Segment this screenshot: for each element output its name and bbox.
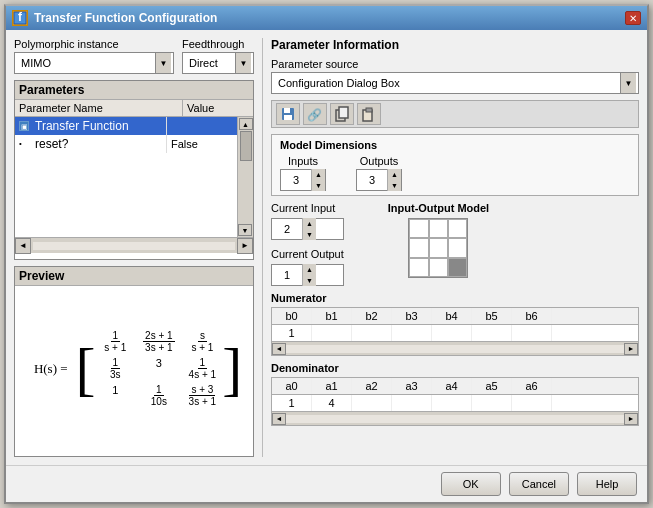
numerator-label: Numerator bbox=[271, 292, 639, 304]
right-bracket: ] bbox=[222, 339, 242, 399]
current-input-up[interactable]: ▲ bbox=[302, 218, 316, 229]
params-scrollbar-h[interactable]: ◄ ► bbox=[15, 237, 253, 253]
inputs-up[interactable]: ▲ bbox=[311, 169, 325, 180]
io-cell-10 bbox=[409, 238, 428, 257]
param-row-reset[interactable]: • reset? False bbox=[15, 135, 237, 153]
den-scroll-left[interactable]: ◄ bbox=[272, 413, 286, 425]
den-col-a0: a0 bbox=[272, 378, 312, 394]
parameters-header: Parameters bbox=[15, 81, 253, 100]
ok-button[interactable]: OK bbox=[441, 472, 501, 496]
scroll-right-btn[interactable]: ► bbox=[237, 238, 253, 254]
feedthrough-arrow[interactable]: ▼ bbox=[235, 53, 251, 73]
scroll-down-btn[interactable]: ▼ bbox=[238, 224, 252, 236]
denominator-section: Denominator a0 a1 a2 a3 a4 a5 a6 1 4 bbox=[271, 362, 639, 426]
den-val-a4[interactable] bbox=[432, 395, 472, 411]
feedthrough-label: Feedthrough bbox=[182, 38, 254, 50]
toolbar-btn-save[interactable] bbox=[276, 103, 300, 125]
current-output-spinner[interactable]: 1 ▲ ▼ bbox=[271, 264, 344, 286]
denominator-grid: a0 a1 a2 a3 a4 a5 a6 1 4 bbox=[271, 377, 639, 426]
den-scroll-right[interactable]: ► bbox=[624, 413, 638, 425]
toolbar-btn-paste[interactable] bbox=[357, 103, 381, 125]
num-val-b6[interactable] bbox=[512, 325, 552, 341]
outputs-down[interactable]: ▼ bbox=[387, 180, 401, 191]
param-source-arrow[interactable]: ▼ bbox=[620, 73, 636, 93]
num-val-b1[interactable] bbox=[312, 325, 352, 341]
den-val-a2[interactable] bbox=[352, 395, 392, 411]
param-source-combo[interactable]: Configuration Dialog Box ▼ bbox=[271, 72, 639, 94]
preview-content: H(s) = [ 1 s + 1 2s + 1 bbox=[15, 286, 253, 451]
num-val-b2[interactable] bbox=[352, 325, 392, 341]
window-title: Transfer Function Configuration bbox=[34, 11, 619, 25]
io-model-label: Input-Output Model bbox=[388, 202, 489, 214]
inputs-spinner-btns: ▲ ▼ bbox=[311, 169, 325, 191]
toolbar-btn-link[interactable]: 🔗 bbox=[303, 103, 327, 125]
den-col-a3: a3 bbox=[392, 378, 432, 394]
polymorphic-label: Polymorphic instance bbox=[14, 38, 174, 50]
numerator-scroll[interactable]: ◄ ► bbox=[272, 341, 638, 355]
footer: OK Cancel Help bbox=[6, 465, 647, 502]
num-val-b4[interactable] bbox=[432, 325, 472, 341]
frac-22: s + 3 3s + 1 bbox=[187, 384, 219, 407]
inputs-spinner[interactable]: 3 ▲ ▼ bbox=[280, 169, 326, 191]
toolbar-btn-copy[interactable] bbox=[330, 103, 354, 125]
inputs-col: Inputs 3 ▲ ▼ bbox=[280, 155, 326, 191]
current-input-spinner[interactable]: 2 ▲ ▼ bbox=[271, 218, 344, 240]
io-cell-00 bbox=[409, 219, 428, 238]
cell-20: 1 bbox=[100, 384, 132, 407]
col-name-header: Parameter Name bbox=[15, 100, 183, 116]
current-input-down[interactable]: ▼ bbox=[302, 229, 316, 240]
help-button[interactable]: Help bbox=[577, 472, 637, 496]
scroll-up-btn[interactable]: ▲ bbox=[239, 118, 253, 130]
main-content: Polymorphic instance MIMO ▼ Feedthrough … bbox=[6, 30, 647, 465]
param-name-reset: • reset? bbox=[15, 135, 167, 153]
polymorphic-combo[interactable]: MIMO ▼ bbox=[14, 52, 174, 74]
num-val-b0[interactable]: 1 bbox=[272, 325, 312, 341]
hs-label: H(s) = bbox=[34, 361, 68, 377]
left-bracket: [ bbox=[76, 339, 96, 399]
outputs-up[interactable]: ▲ bbox=[387, 169, 401, 180]
feedthrough-value: Direct bbox=[185, 57, 233, 69]
num-col-b3: b3 bbox=[392, 308, 432, 324]
preview-header: Preview bbox=[15, 267, 253, 286]
cell-22: s + 3 3s + 1 bbox=[187, 384, 219, 407]
svg-rect-4 bbox=[284, 115, 292, 120]
cancel-button[interactable]: Cancel bbox=[509, 472, 569, 496]
num-val-b3[interactable] bbox=[392, 325, 432, 341]
param-row-transfer[interactable]: ▣ Transfer Function bbox=[15, 117, 237, 135]
io-model-grid bbox=[408, 218, 468, 278]
param-source-label: Parameter source bbox=[271, 58, 639, 70]
inputs-down[interactable]: ▼ bbox=[311, 180, 325, 191]
cell-21: 1 10s bbox=[143, 384, 175, 407]
num-scroll-right[interactable]: ► bbox=[624, 343, 638, 355]
polymorphic-arrow[interactable]: ▼ bbox=[155, 53, 171, 73]
scroll-thumb-v[interactable] bbox=[240, 131, 252, 161]
den-val-a0[interactable]: 1 bbox=[272, 395, 312, 411]
num-val-b5[interactable] bbox=[472, 325, 512, 341]
current-output-down[interactable]: ▼ bbox=[302, 275, 316, 286]
param-name-transfer: ▣ Transfer Function bbox=[15, 117, 167, 135]
outputs-spinner[interactable]: 3 ▲ ▼ bbox=[356, 169, 402, 191]
num-scroll-left[interactable]: ◄ bbox=[272, 343, 286, 355]
den-val-a6[interactable] bbox=[512, 395, 552, 411]
den-val-a5[interactable] bbox=[472, 395, 512, 411]
dims-row: Inputs 3 ▲ ▼ Outputs 3 bbox=[280, 155, 630, 191]
close-button[interactable]: ✕ bbox=[625, 11, 641, 25]
den-val-a3[interactable] bbox=[392, 395, 432, 411]
io-cell-01 bbox=[429, 219, 448, 238]
scroll-left-btn[interactable]: ◄ bbox=[15, 238, 31, 254]
feedthrough-combo[interactable]: Direct ▼ bbox=[182, 52, 254, 74]
param-val-transfer bbox=[167, 124, 237, 128]
numerator-grid: b0 b1 b2 b3 b4 b5 b6 1 bbox=[271, 307, 639, 356]
preview-section: Preview H(s) = [ 1 s + 1 bbox=[14, 266, 254, 457]
den-col-a6: a6 bbox=[512, 378, 552, 394]
denominator-header-row: a0 a1 a2 a3 a4 a5 a6 bbox=[272, 378, 638, 395]
preview-label: Preview bbox=[19, 269, 64, 283]
polymorphic-value: MIMO bbox=[17, 57, 153, 69]
den-col-a5: a5 bbox=[472, 378, 512, 394]
scroll-track-h bbox=[33, 242, 235, 250]
den-val-a1[interactable]: 4 bbox=[312, 395, 352, 411]
denominator-scroll[interactable]: ◄ ► bbox=[272, 411, 638, 425]
current-output-up[interactable]: ▲ bbox=[302, 264, 316, 275]
outputs-col: Outputs 3 ▲ ▼ bbox=[356, 155, 402, 191]
params-scrollbar-v[interactable]: ▲ ▼ bbox=[237, 117, 253, 237]
